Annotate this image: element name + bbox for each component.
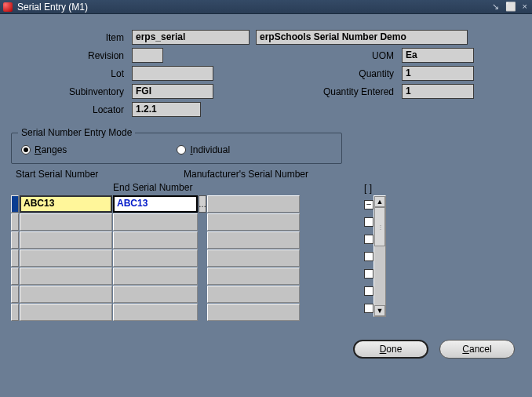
end-serial-cell[interactable]	[113, 249, 198, 267]
item-label: Item	[11, 32, 126, 43]
ranges-radio[interactable]: Ranges	[21, 144, 67, 155]
mfr-serial-cell[interactable]	[207, 286, 300, 303]
done-button[interactable]: Done	[353, 340, 428, 359]
serial-entry-mode-groupbox: Serial Number Entry Mode Ranges Individu…	[11, 133, 342, 164]
start-serial-header: Start Serial Number	[16, 169, 98, 180]
row-gap	[199, 249, 206, 267]
mfr-serial-cell[interactable]	[207, 213, 300, 231]
scroll-thumb[interactable]: ⋮	[374, 207, 385, 246]
mfr-serial-cell[interactable]	[207, 249, 300, 267]
scroll-up-icon[interactable]: ▲	[374, 196, 385, 207]
grid-scrollbar[interactable]: ▲ ⋮ ▼	[373, 195, 386, 317]
serial-entry-mode-legend: Serial Number Entry Mode	[18, 127, 135, 138]
end-serial-header: End Serial Number	[113, 182, 192, 193]
start-serial-cell[interactable]: ABC13	[20, 195, 112, 213]
mfr-serial-header: Manufacturer's Serial Number	[184, 169, 308, 180]
row-checkbox[interactable]	[364, 200, 373, 209]
row-checkbox[interactable]	[364, 269, 373, 279]
start-serial-cell[interactable]	[20, 286, 112, 303]
window-title: Serial Entry (M1)	[17, 2, 490, 13]
end-serial-cell[interactable]	[113, 304, 198, 321]
oracle-logo-icon	[3, 2, 13, 12]
mfr-serial-cell[interactable]	[207, 231, 300, 249]
radio-dot-icon	[21, 145, 31, 155]
scroll-down-icon[interactable]: ▼	[374, 305, 385, 316]
minimize-icon[interactable]: ↘	[490, 2, 501, 12]
row-handle[interactable]	[11, 268, 19, 285]
scroll-track[interactable]: ⋮	[374, 207, 385, 305]
end-serial-cell[interactable]	[113, 286, 198, 303]
row-checkbox[interactable]	[364, 217, 373, 227]
content-area: Item erps_serial erpSchools Serial Numbe…	[0, 14, 532, 366]
revision-field[interactable]	[132, 48, 163, 63]
quantity-field[interactable]: 1	[402, 66, 474, 81]
row-handle[interactable]	[11, 249, 19, 267]
uom-field[interactable]: Ea	[402, 48, 474, 63]
lot-field[interactable]	[132, 66, 213, 81]
row-checkbox[interactable]	[364, 286, 373, 296]
row-gap	[199, 286, 206, 303]
maximize-icon[interactable]: ⬜	[504, 2, 518, 12]
row-handle[interactable]	[11, 231, 19, 249]
checkbox-column: [ ]	[364, 169, 373, 317]
cancel-button[interactable]: Cancel	[439, 340, 515, 359]
item-field[interactable]: erps_serial	[132, 30, 250, 45]
revision-label: Revision	[11, 50, 126, 61]
end-serial-cell[interactable]	[113, 213, 198, 231]
start-serial-cell[interactable]	[20, 213, 112, 231]
end-serial-cell[interactable]	[113, 268, 198, 285]
subinventory-field[interactable]: FGI	[132, 84, 213, 99]
row-handle[interactable]	[11, 286, 19, 303]
lov-button[interactable]: …	[199, 195, 206, 213]
item-desc-field[interactable]: erpSchools Serial Number Demo	[256, 30, 468, 45]
row-checkbox[interactable]	[364, 304, 373, 313]
quantity-entered-label: Quantity Entered	[245, 86, 395, 97]
end-serial-cell[interactable]	[113, 231, 198, 249]
lot-label: Lot	[11, 68, 126, 79]
start-serial-cell[interactable]	[20, 231, 112, 249]
row-handle[interactable]	[11, 304, 19, 321]
row-gap	[199, 268, 206, 285]
close-icon[interactable]: ×	[521, 2, 529, 12]
locator-field[interactable]: 1.2.1	[132, 102, 201, 117]
uom-label: UOM	[195, 50, 395, 61]
subinventory-label: Subinventory	[11, 86, 126, 97]
row-gap	[199, 213, 206, 231]
individual-radio[interactable]: Individual	[177, 144, 230, 155]
radio-dot-icon	[177, 145, 186, 155]
footer-buttons: Done Cancel	[11, 340, 521, 359]
start-serial-cell[interactable]	[20, 249, 112, 267]
checkbox-header: [ ]	[364, 169, 373, 195]
start-serial-cell[interactable]	[20, 268, 112, 285]
quantity-label: Quantity	[245, 68, 395, 79]
mfr-serial-cell[interactable]	[207, 304, 300, 321]
end-serial-cell[interactable]: ABC13	[113, 195, 198, 213]
row-gap	[199, 231, 206, 249]
ranges-radio-label: Ranges	[35, 144, 67, 155]
individual-radio-label: Individual	[190, 144, 230, 155]
serial-grid: ABC13ABC13…	[11, 195, 309, 321]
quantity-entered-field[interactable]: 1	[402, 84, 474, 99]
titlebar: Serial Entry (M1) ↘ ⬜ ×	[0, 0, 532, 14]
locator-label: Locator	[11, 104, 126, 115]
row-gap	[199, 304, 206, 321]
row-handle[interactable]	[11, 195, 19, 213]
row-handle[interactable]	[11, 213, 19, 231]
mfr-serial-cell[interactable]	[207, 195, 300, 213]
start-serial-cell[interactable]	[20, 304, 112, 321]
row-checkbox[interactable]	[364, 252, 373, 261]
mfr-serial-cell[interactable]	[207, 268, 300, 285]
window-controls: ↘ ⬜ ×	[490, 2, 529, 12]
row-checkbox[interactable]	[364, 235, 373, 244]
